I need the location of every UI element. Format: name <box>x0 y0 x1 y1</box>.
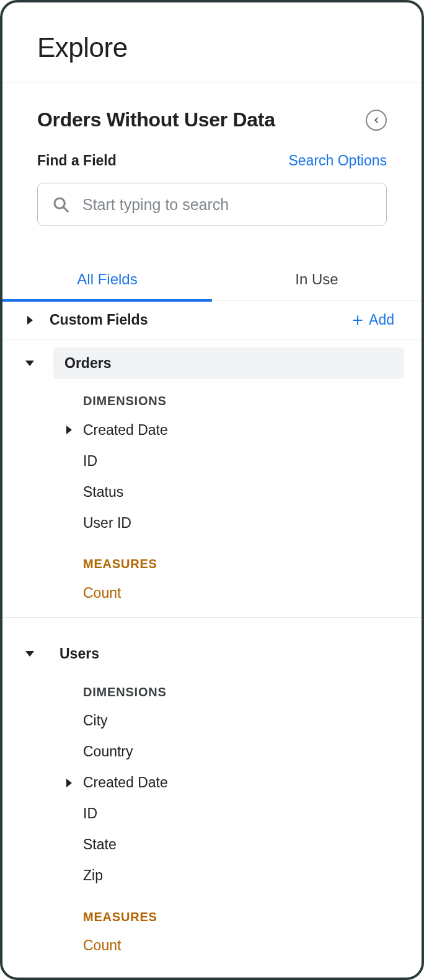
measures-heading: MEASURES <box>83 891 397 930</box>
view-header-orders[interactable]: Orders <box>2 346 422 380</box>
add-custom-field-button[interactable]: Add <box>351 312 404 328</box>
dimension-field[interactable]: ID <box>83 798 397 829</box>
measures-heading: MEASURES <box>83 538 397 577</box>
dimension-field[interactable]: Created Date <box>83 414 397 445</box>
field-label: ID <box>83 805 97 822</box>
dimension-field[interactable]: City <box>83 706 397 737</box>
page-title: Explore <box>37 32 387 63</box>
field-label: Count <box>83 937 121 954</box>
search-icon <box>51 195 70 214</box>
add-label: Add <box>369 312 394 328</box>
collapse-icon <box>20 361 40 366</box>
dimension-field[interactable]: Country <box>83 737 397 768</box>
search-options-link[interactable]: Search Options <box>288 152 387 169</box>
divider <box>2 617 422 618</box>
expand-icon <box>20 316 40 325</box>
field-label: Created Date <box>83 774 168 791</box>
plus-icon <box>351 314 364 326</box>
dimension-field[interactable]: Created Date <box>83 768 397 798</box>
dimension-field[interactable]: State <box>83 829 397 860</box>
dimension-field[interactable]: ID <box>83 445 397 476</box>
field-label: Zip <box>83 867 103 884</box>
chevron-left-icon <box>372 116 381 125</box>
custom-fields-row[interactable]: Custom Fields Add <box>2 301 422 339</box>
collapse-panel-button[interactable] <box>366 110 387 131</box>
view-header-users[interactable]: Users <box>2 637 422 672</box>
view-name: Orders <box>53 348 404 379</box>
expand-icon <box>61 426 77 434</box>
dimension-field[interactable]: Zip <box>83 860 397 891</box>
field-label: City <box>83 712 108 729</box>
dimensions-heading: DIMENSIONS <box>83 672 397 706</box>
svg-line-1 <box>63 207 68 211</box>
search-field[interactable] <box>37 183 387 226</box>
measure-field[interactable]: Count <box>83 930 397 961</box>
find-field-label: Find a Field <box>37 152 117 169</box>
field-label: User ID <box>83 515 131 532</box>
field-label: ID <box>83 453 97 470</box>
model-title: Orders Without User Data <box>37 108 275 131</box>
tab-in-use[interactable]: In Use <box>212 260 422 300</box>
collapse-icon <box>20 651 40 657</box>
tab-all-fields[interactable]: All Fields <box>2 260 212 302</box>
field-label: Count <box>83 585 121 602</box>
field-label: Created Date <box>83 422 168 439</box>
field-tabs: All Fields In Use <box>2 260 422 301</box>
view-name: Users <box>53 638 404 670</box>
search-input[interactable] <box>82 196 373 214</box>
field-label: Country <box>83 743 133 760</box>
measure-field[interactable]: Count <box>83 577 397 608</box>
dimensions-heading: DIMENSIONS <box>83 380 397 414</box>
dimension-field[interactable]: User ID <box>83 507 397 538</box>
expand-icon <box>61 779 77 787</box>
field-label: Status <box>83 484 123 501</box>
custom-fields-label: Custom Fields <box>50 312 351 328</box>
dimension-field[interactable]: Status <box>83 476 397 507</box>
field-label: State <box>83 836 117 853</box>
